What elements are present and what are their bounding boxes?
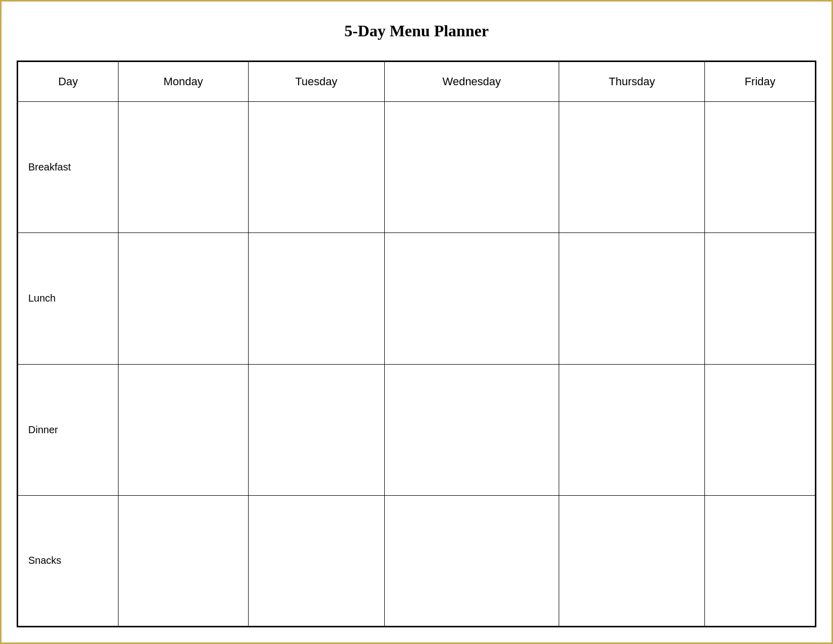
meal-label-breakfast: Breakfast bbox=[18, 102, 118, 233]
col-header-friday: Friday bbox=[705, 62, 816, 102]
dinner-wednesday[interactable] bbox=[384, 364, 559, 495]
row-breakfast: Breakfast bbox=[18, 102, 816, 233]
meal-label-dinner: Dinner bbox=[18, 364, 118, 495]
dinner-thursday[interactable] bbox=[559, 364, 705, 495]
snacks-monday[interactable] bbox=[118, 495, 249, 626]
breakfast-monday[interactable] bbox=[118, 102, 249, 233]
snacks-friday[interactable] bbox=[705, 495, 816, 626]
lunch-monday[interactable] bbox=[118, 233, 249, 364]
col-header-monday: Monday bbox=[118, 62, 249, 102]
row-snacks: Snacks bbox=[18, 495, 816, 626]
breakfast-wednesday[interactable] bbox=[384, 102, 559, 233]
dinner-tuesday[interactable] bbox=[248, 364, 384, 495]
meal-label-snacks: Snacks bbox=[18, 495, 118, 626]
header-row: Day Monday Tuesday Wednesday Thursday Fr… bbox=[18, 62, 816, 102]
col-header-thursday: Thursday bbox=[559, 62, 705, 102]
dinner-monday[interactable] bbox=[118, 364, 249, 495]
breakfast-friday[interactable] bbox=[705, 102, 816, 233]
lunch-wednesday[interactable] bbox=[384, 233, 559, 364]
row-dinner: Dinner bbox=[18, 364, 816, 495]
breakfast-thursday[interactable] bbox=[559, 102, 705, 233]
lunch-friday[interactable] bbox=[705, 233, 816, 364]
snacks-wednesday[interactable] bbox=[384, 495, 559, 626]
lunch-thursday[interactable] bbox=[559, 233, 705, 364]
lunch-tuesday[interactable] bbox=[248, 233, 384, 364]
page-title: 5-Day Menu Planner bbox=[344, 22, 489, 40]
menu-planner-table: Day Monday Tuesday Wednesday Thursday Fr… bbox=[17, 61, 816, 627]
col-header-day: Day bbox=[18, 62, 118, 102]
row-lunch: Lunch bbox=[18, 233, 816, 364]
snacks-thursday[interactable] bbox=[559, 495, 705, 626]
col-header-tuesday: Tuesday bbox=[248, 62, 384, 102]
meal-label-lunch: Lunch bbox=[18, 233, 118, 364]
dinner-friday[interactable] bbox=[705, 364, 816, 495]
breakfast-tuesday[interactable] bbox=[248, 102, 384, 233]
snacks-tuesday[interactable] bbox=[248, 495, 384, 626]
col-header-wednesday: Wednesday bbox=[384, 62, 559, 102]
